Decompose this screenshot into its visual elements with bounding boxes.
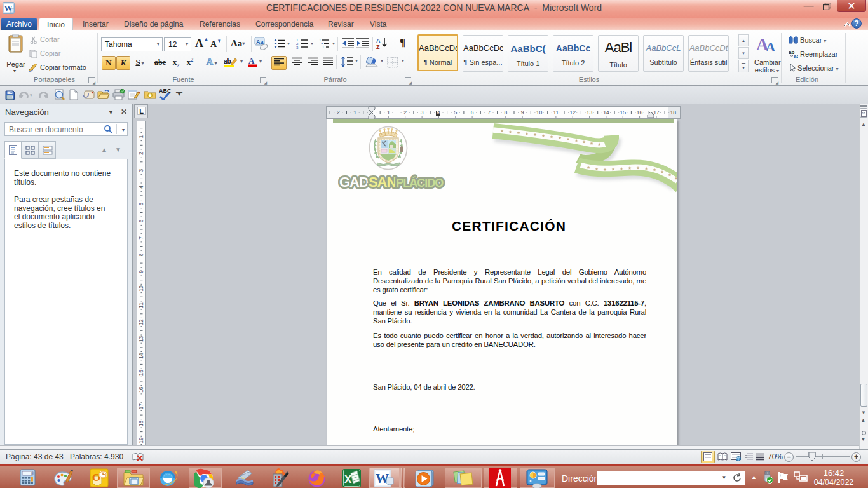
svg-text:18: 18 bbox=[138, 420, 144, 426]
svg-text:GADSANPLÁCIDO: GADSANPLÁCIDO bbox=[339, 174, 444, 190]
svg-text:16: 16 bbox=[138, 386, 144, 393]
svg-text:0: 0 bbox=[31, 471, 33, 475]
svg-text:16: 16 bbox=[637, 109, 643, 116]
svg-text:A: A bbox=[248, 56, 255, 65]
svg-text:3: 3 bbox=[296, 46, 299, 49]
svg-text:6: 6 bbox=[471, 109, 474, 116]
svg-text:1: 1 bbox=[353, 109, 356, 116]
svg-text:18: 18 bbox=[670, 109, 677, 116]
svg-text:A: A bbox=[766, 39, 776, 55]
svg-text:W: W bbox=[376, 471, 389, 486]
svg-text:ac: ac bbox=[794, 53, 798, 58]
svg-text:15: 15 bbox=[620, 109, 626, 116]
svg-text:12: 12 bbox=[138, 319, 144, 325]
svg-text:11: 11 bbox=[553, 109, 559, 116]
svg-text:3: 3 bbox=[421, 109, 424, 116]
svg-text:ab: ab bbox=[224, 58, 231, 65]
svg-text:7: 7 bbox=[138, 236, 144, 240]
svg-text:7: 7 bbox=[487, 109, 491, 116]
svg-text:19: 19 bbox=[138, 437, 144, 444]
svg-text:9: 9 bbox=[138, 270, 144, 273]
svg-text:15: 15 bbox=[138, 370, 144, 376]
svg-text:A: A bbox=[376, 37, 381, 44]
svg-text:Z: Z bbox=[376, 44, 380, 50]
svg-text:2: 2 bbox=[403, 109, 407, 116]
svg-text:14: 14 bbox=[138, 353, 144, 359]
svg-text:10: 10 bbox=[536, 109, 543, 116]
svg-text:10: 10 bbox=[138, 285, 144, 292]
svg-text:X: X bbox=[344, 473, 352, 485]
svg-text:17: 17 bbox=[138, 403, 144, 410]
svg-text:2: 2 bbox=[138, 152, 144, 155]
svg-text:14: 14 bbox=[603, 109, 609, 116]
svg-text:12: 12 bbox=[569, 109, 576, 116]
svg-text:Aa: Aa bbox=[256, 39, 264, 45]
svg-text:4: 4 bbox=[138, 186, 144, 189]
svg-text:13: 13 bbox=[587, 109, 593, 116]
svg-text:9: 9 bbox=[521, 109, 524, 116]
svg-text:13: 13 bbox=[138, 336, 144, 342]
svg-text:6: 6 bbox=[138, 219, 144, 222]
svg-text:5: 5 bbox=[454, 109, 457, 116]
svg-text:1: 1 bbox=[387, 109, 390, 116]
svg-text:11: 11 bbox=[138, 302, 144, 308]
svg-text:3: 3 bbox=[138, 168, 144, 172]
svg-text:8: 8 bbox=[504, 109, 507, 116]
svg-text:2: 2 bbox=[337, 109, 340, 116]
svg-text:i: i bbox=[323, 45, 323, 49]
svg-text:5: 5 bbox=[138, 203, 144, 206]
svg-text:8: 8 bbox=[138, 253, 144, 256]
svg-text:1: 1 bbox=[138, 135, 144, 138]
